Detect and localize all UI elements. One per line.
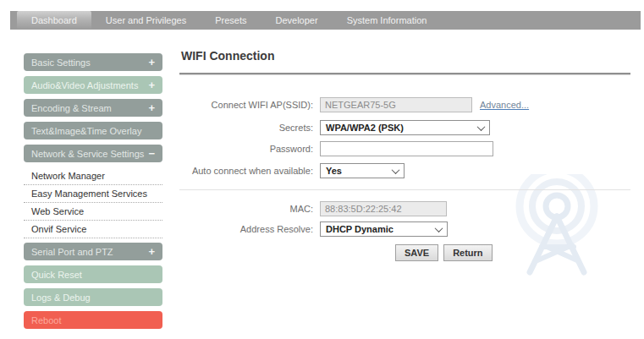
return-button[interactable]: Return <box>443 244 492 261</box>
form-row-secrets: Secrets: WPA/WPA2 (PSK) <box>179 120 630 135</box>
sidebar-item-label: Basic Settings <box>31 57 91 68</box>
plus-icon: + <box>148 79 155 90</box>
chevron-down-icon <box>392 166 400 174</box>
page-title: WIFI Connection <box>181 49 630 63</box>
tab-developer[interactable]: Developer <box>261 11 333 30</box>
tab-user-and-privileges[interactable]: User and Privileges <box>91 11 201 30</box>
sidebar-item-encoding-stream[interactable]: Encoding & Stream + <box>24 99 162 117</box>
mac-input <box>320 201 447 216</box>
plus-icon: + <box>148 57 155 68</box>
plus-icon: + <box>148 102 155 113</box>
chevron-down-icon <box>435 224 443 232</box>
tab-presets[interactable]: Presets <box>201 11 261 30</box>
advanced-link[interactable]: Advanced... <box>480 100 529 110</box>
sidebar-item-label: Quick Reset <box>31 270 82 280</box>
auto-connect-select-value: Yes <box>326 166 342 176</box>
address-resolve-label: Address Resolve: <box>179 224 313 234</box>
sidebar-item-label: Logs & Debug <box>31 293 91 303</box>
wifi-form: Connect WIFI AP(SSID): Advanced... Secre… <box>179 97 630 261</box>
minus-icon: − <box>148 148 155 159</box>
sidebar-item-label: Reboot <box>31 315 61 325</box>
plus-icon: + <box>148 246 155 257</box>
mac-label: MAC: <box>179 204 313 214</box>
sidebar-item-reboot[interactable]: Reboot <box>24 311 162 329</box>
tab-system-information[interactable]: System Information <box>333 11 442 30</box>
sidebar-item-label: Encoding & Stream <box>31 103 112 113</box>
main-content: WIFI Connection Connect WIFI AP(SSID): A… <box>179 47 630 261</box>
secrets-label: Secrets: <box>179 123 313 133</box>
sidebar-item-basic-settings[interactable]: Basic Settings + <box>24 53 162 71</box>
sidebar-item-text-image-time-overlay[interactable]: Text&Image&Time Overlay <box>24 122 162 139</box>
form-row-password: Password: <box>179 141 630 156</box>
sidebar: Basic Settings + Audio&Video Adjustments… <box>24 53 162 334</box>
form-row-mac: MAC: <box>179 201 630 216</box>
tab-dashboard[interactable]: Dashboard <box>17 11 91 30</box>
form-buttons: SAVE Return <box>395 244 630 261</box>
form-row-ssid: Connect WIFI AP(SSID): Advanced... <box>179 97 630 112</box>
auto-connect-select[interactable]: Yes <box>320 163 405 178</box>
chevron-down-icon <box>477 123 486 131</box>
address-resolve-select[interactable]: DHCP Dynamic <box>320 221 448 237</box>
app-window: Dashboard User and Privileges Presets De… <box>0 0 644 339</box>
sidebar-item-label: Text&Image&Time Overlay <box>31 126 141 136</box>
sidebar-item-label: Onvif Service <box>31 224 86 234</box>
form-row-auto-connect: Auto connect when available: Yes <box>179 163 630 178</box>
address-resolve-select-value: DHCP Dynamic <box>326 224 394 234</box>
password-label: Password: <box>179 144 313 154</box>
password-input[interactable] <box>320 141 493 156</box>
sidebar-item-label: Easy Management Services <box>31 189 147 199</box>
save-button[interactable]: SAVE <box>395 244 438 261</box>
top-nav: Dashboard User and Privileges Presets De… <box>10 11 641 30</box>
sidebar-item-label: Network Manager <box>31 171 105 181</box>
title-divider <box>179 73 630 75</box>
sidebar-item-logs-debug[interactable]: Logs & Debug <box>24 288 162 306</box>
ssid-label: Connect WIFI AP(SSID): <box>179 100 313 110</box>
secrets-select[interactable]: WPA/WPA2 (PSK) <box>320 120 490 135</box>
sidebar-item-label: Web Service <box>31 206 84 216</box>
sidebar-item-label: Audio&Video Adjustments <box>31 80 138 90</box>
sidebar-item-label: Serial Port and PTZ <box>31 247 113 257</box>
section-divider <box>179 189 630 190</box>
sidebar-item-serial-port-and-ptz[interactable]: Serial Port and PTZ + <box>24 243 162 260</box>
ssid-input <box>320 97 472 112</box>
auto-connect-label: Auto connect when available: <box>179 166 313 176</box>
sidebar-item-onvif-service[interactable]: Onvif Service <box>24 221 162 238</box>
sidebar-item-quick-reset[interactable]: Quick Reset <box>24 265 162 283</box>
form-row-address-resolve: Address Resolve: DHCP Dynamic <box>179 221 630 237</box>
sidebar-item-label: Network & Service Settings <box>31 149 144 159</box>
sidebar-item-network-service-settings[interactable]: Network & Service Settings − <box>24 145 162 162</box>
sidebar-item-network-manager[interactable]: Network Manager <box>24 167 162 185</box>
sidebar-item-easy-management-services[interactable]: Easy Management Services <box>24 185 162 203</box>
secrets-select-value: WPA/WPA2 (PSK) <box>326 123 404 133</box>
sidebar-item-audio-video-adjustments[interactable]: Audio&Video Adjustments + <box>24 76 162 94</box>
sidebar-item-web-service[interactable]: Web Service <box>24 203 162 221</box>
